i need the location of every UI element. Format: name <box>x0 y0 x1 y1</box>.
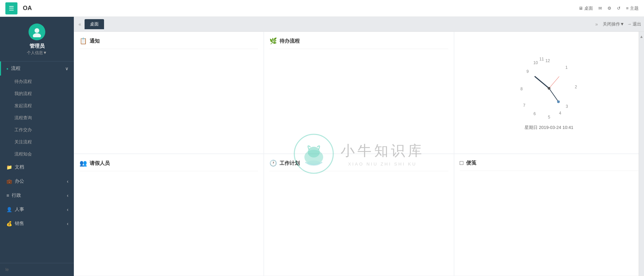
sidebar-section-workflow-header[interactable]: ● 流程 ∨ <box>0 61 74 76</box>
office-chevron-icon: ‹ <box>67 179 68 184</box>
theme-icon: ≡ <box>626 6 629 11</box>
menu-icon: ☰ <box>9 5 14 12</box>
svg-text:8: 8 <box>520 87 523 91</box>
sidebar-item-work-assign[interactable]: 工作交办 <box>0 124 74 136</box>
dashboard-grid: 📋 通知 🌿 待办流程 12 <box>74 32 644 276</box>
desktop-icon: 🖥 <box>579 6 583 11</box>
admin-chevron-icon: ‹ <box>67 193 68 198</box>
personal-info-link[interactable]: 个人信息▼ <box>27 50 47 56</box>
sidebar-section-workflow: ● 流程 ∨ 待办流程 我的流程 发起流程 流程查询 工作交办 关注流程 流程知… <box>0 61 74 160</box>
sales-chevron-icon: ‹ <box>67 221 68 226</box>
workflow-submenu: 待办流程 我的流程 发起流程 流程查询 工作交办 关注流程 流程知会 <box>0 76 74 160</box>
leave-icon: 👥 <box>80 159 87 167</box>
work-plan-title: 工作计划 <box>280 160 300 167</box>
card-work-plan-header: 🕐 工作计划 <box>269 159 448 171</box>
sidebar: 管理员 个人信息▼ ● 流程 ∨ 待办流程 我的流程 发起流程 流程查询 工作交… <box>0 17 74 276</box>
docs-label: 文档 <box>15 164 24 170</box>
tab-next-button[interactable]: » <box>593 20 600 28</box>
sidebar-item-office[interactable]: 💼 办公 ‹ <box>0 174 74 188</box>
menu-toggle-button[interactable]: ☰ <box>5 2 17 14</box>
clock-svg: 12 1 2 3 4 5 6 7 8 9 10 11 <box>515 55 583 122</box>
username-label: 管理员 <box>30 43 45 49</box>
card-todo-flow-header: 🌿 待办流程 <box>269 37 448 49</box>
sidebar-item-my-workflow[interactable]: 我的流程 <box>0 88 74 100</box>
svg-point-1 <box>33 33 41 37</box>
header-right-controls: 🖥 桌面 ✉ ⚙ ↺ ≡ 主题 <box>579 5 639 11</box>
clock-minute-hand <box>549 88 558 102</box>
theme-link[interactable]: ≡ 主题 <box>626 5 639 11</box>
card-sticky-note: □ 便笺 <box>454 154 644 276</box>
svg-text:2: 2 <box>575 85 577 89</box>
card-clock: 12 1 2 3 4 5 6 7 8 9 10 11 <box>454 32 644 153</box>
card-sticky-note-header: □ 便笺 <box>460 159 638 171</box>
workflow-dot-icon: ● <box>6 67 8 71</box>
office-label: 办公 <box>15 178 24 184</box>
sidebar-item-docs[interactable]: 📁 文档 <box>0 160 74 174</box>
hr-icon: 👤 <box>6 207 12 212</box>
footer-text: Ie <box>5 267 9 272</box>
hr-chevron-icon: ‹ <box>67 207 68 212</box>
sidebar-item-todo-workflow[interactable]: 待办流程 <box>0 76 74 88</box>
card-notification: 📋 通知 <box>74 32 263 153</box>
svg-text:1: 1 <box>565 65 567 70</box>
sales-icon: 💰 <box>6 221 12 226</box>
clock-datetime: 星期日 2019-03-24 10:41 <box>525 125 573 131</box>
tab-bar: « 桌面 » 关闭操作▼ → 退出 <box>74 17 644 32</box>
sidebar-item-admin[interactable]: ≡ 行政 ‹ <box>0 188 74 202</box>
admin-label: 行政 <box>12 192 21 198</box>
sidebar-item-notify-workflow[interactable]: 流程知会 <box>0 148 74 160</box>
tab-bar-right: » 关闭操作▼ → 退出 <box>593 20 641 28</box>
refresh-icon: ↺ <box>617 6 621 11</box>
refresh-link[interactable]: ↺ <box>617 6 621 11</box>
sales-label: 销售 <box>15 221 24 227</box>
svg-text:7: 7 <box>523 103 525 108</box>
todo-flow-title: 待办流程 <box>280 38 300 44</box>
theme-label: 主题 <box>630 5 639 11</box>
sidebar-item-start-workflow[interactable]: 发起流程 <box>0 100 74 112</box>
workflow-section-label: 流程 <box>11 65 20 72</box>
svg-text:12: 12 <box>545 58 550 63</box>
gear-icon: ⚙ <box>607 6 611 11</box>
todo-flow-icon: 🌿 <box>269 37 277 45</box>
svg-text:10: 10 <box>533 60 538 65</box>
sticky-note-title: 便笺 <box>466 160 476 166</box>
mail-link[interactable]: ✉ <box>598 6 602 11</box>
sidebar-item-sales[interactable]: 💰 销售 ‹ <box>0 217 74 231</box>
admin-icon: ≡ <box>6 193 9 198</box>
scroll-up-button[interactable]: ▲ <box>640 34 644 39</box>
close-operation-button[interactable]: 关闭操作▼ <box>603 21 625 27</box>
sidebar-item-hr[interactable]: 👤 人事 ‹ <box>0 202 74 217</box>
card-leave: 👥 请假人员 <box>74 154 263 276</box>
hr-label: 人事 <box>15 206 24 213</box>
svg-text:4: 4 <box>559 111 561 116</box>
svg-text:9: 9 <box>526 69 529 74</box>
mail-icon: ✉ <box>598 6 602 11</box>
office-icon: 💼 <box>6 179 12 184</box>
work-plan-icon: 🕐 <box>269 159 277 167</box>
card-leave-header: 👥 请假人员 <box>80 159 258 171</box>
sidebar-item-follow-workflow[interactable]: 关注流程 <box>0 136 74 148</box>
card-todo-flow: 🌿 待办流程 <box>264 32 453 153</box>
logout-button[interactable]: → 退出 <box>627 21 641 27</box>
card-work-plan: 🕐 工作计划 <box>264 154 453 276</box>
app-title: OA <box>23 5 32 12</box>
avatar <box>29 24 45 40</box>
sticky-note-icon: □ <box>460 159 463 167</box>
tab-desktop[interactable]: 桌面 <box>85 19 104 29</box>
settings-link[interactable]: ⚙ <box>607 6 611 11</box>
card-notification-header: 📋 通知 <box>80 37 258 49</box>
clock-hour-hand <box>535 77 549 88</box>
notification-icon: 📋 <box>80 37 87 45</box>
content-relative-wrapper: 小牛知识库 XIAO NIU ZHI SHI KU 📋 通知 <box>74 32 644 276</box>
sidebar-user-section: 管理员 个人信息▼ <box>0 17 74 61</box>
content-area: « 桌面 » 关闭操作▼ → 退出 <box>74 17 644 276</box>
clock-center-dot <box>548 87 550 90</box>
leave-title: 请假人员 <box>90 160 110 167</box>
sidebar-item-query-workflow[interactable]: 流程查询 <box>0 112 74 124</box>
svg-text:3: 3 <box>565 104 568 109</box>
desktop-label: 桌面 <box>584 5 593 11</box>
clock-second-hand <box>549 77 559 88</box>
scroll-indicator: ▲ <box>639 32 644 276</box>
tab-prev-button[interactable]: « <box>77 20 83 28</box>
desktop-link[interactable]: 🖥 桌面 <box>579 5 593 11</box>
